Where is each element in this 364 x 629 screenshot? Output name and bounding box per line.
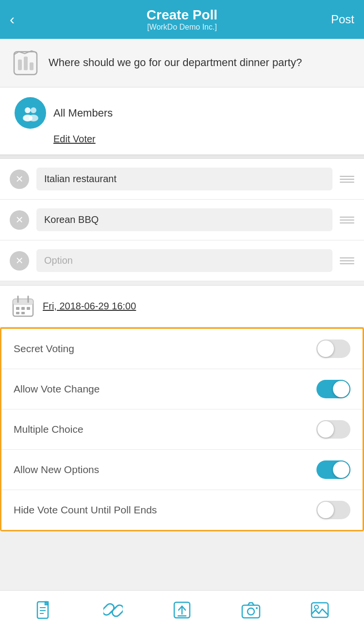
header-center: Create Poll [WorkDo Demo Inc.] [147,7,217,32]
svg-rect-16 [21,312,25,314]
drag-line [340,222,354,223]
question-area: Where should we go for our department di… [0,39,364,87]
calendar-icon [12,295,34,317]
remove-option-1-button[interactable] [10,170,29,189]
back-button[interactable]: ‹ [10,11,29,28]
allow-new-options-label: Allow New Options [14,464,99,476]
allow-vote-change-toggle[interactable] [316,380,350,398]
question-text: Where should we go for our department di… [49,55,302,70]
svg-rect-3 [30,62,33,70]
svg-line-21 [110,607,116,613]
toggle-knob [333,461,349,478]
options-divider [0,155,364,159]
svg-point-5 [31,107,36,113]
upload-icon[interactable] [170,598,194,622]
svg-rect-14 [27,307,30,310]
date-row: Fri, 2018-06-29 16:00 [0,285,364,327]
svg-rect-28 [312,603,328,617]
main-content: Where should we go for our department di… [0,39,364,575]
drag-line [340,257,354,258]
drag-line [340,179,354,180]
option-1-input[interactable] [36,168,332,190]
options-list [0,159,364,281]
setting-hide-vote-count: Hide Vote Count Until Poll Ends [1,490,363,530]
setting-multiple-choice: Multiple Choice [1,409,363,450]
svg-rect-9 [13,299,33,305]
multiple-choice-label: Multiple Choice [14,424,83,435]
allow-vote-change-label: Allow Vote Change [14,383,99,395]
toggle-knob [317,340,334,357]
drag-line [340,217,354,218]
settings-panel: Secret Voting Allow Vote Change Multiple… [0,327,364,531]
voter-row: All Members [15,97,113,129]
link-icon[interactable] [101,598,125,622]
setting-allow-new-options: Allow New Options [1,450,363,490]
edit-voter-button[interactable]: Edit Voter [53,134,96,145]
svg-rect-25 [242,605,260,618]
option-row-1 [0,159,364,200]
drag-handle-3[interactable] [340,257,354,264]
hide-vote-count-toggle[interactable] [316,501,350,519]
svg-point-4 [25,107,31,113]
drag-line [340,182,354,183]
drag-line [340,263,354,264]
voter-avatar [15,97,46,129]
drag-line [340,220,354,221]
remove-option-3-button[interactable] [10,251,29,271]
deadline-date[interactable]: Fri, 2018-06-29 16:00 [43,301,136,312]
bottom-toolbar [0,590,364,629]
remove-option-2-button[interactable] [10,210,29,230]
setting-secret-voting: Secret Voting [1,329,363,369]
option-row-2 [0,200,364,240]
drag-handle-2[interactable] [340,217,354,223]
secret-voting-label: Secret Voting [14,343,74,355]
image-icon[interactable] [308,598,332,622]
svg-rect-2 [24,56,28,70]
svg-point-7 [29,115,38,121]
drag-line [340,260,354,261]
svg-point-26 [248,608,254,615]
poll-icon [12,50,39,76]
toggle-knob [317,502,334,518]
document-icon[interactable] [32,598,56,622]
svg-rect-1 [18,59,22,70]
post-button[interactable]: Post [331,13,354,26]
secret-voting-toggle[interactable] [316,340,350,358]
svg-point-27 [256,607,258,609]
drag-line [340,176,354,177]
svg-rect-12 [16,307,19,310]
header: ‹ Create Poll [WorkDo Demo Inc.] Post [0,0,364,39]
header-subtitle: [WorkDo Demo Inc.] [147,23,217,32]
setting-allow-vote-change: Allow Vote Change [1,369,363,409]
svg-rect-13 [21,307,25,310]
page-title: Create Poll [147,7,217,23]
voter-area: All Members Edit Voter [0,87,364,155]
multiple-choice-toggle[interactable] [316,420,350,439]
voter-name: All Members [53,107,113,119]
toggle-knob [317,421,334,438]
hide-vote-count-label: Hide Vote Count Until Poll Ends [14,504,157,516]
option-3-input[interactable] [36,249,332,272]
option-row-3 [0,240,364,281]
toggle-knob [333,381,349,397]
allow-new-options-toggle[interactable] [316,460,350,479]
drag-handle-1[interactable] [340,176,354,183]
svg-point-29 [314,605,318,609]
camera-icon[interactable] [239,598,263,622]
svg-rect-15 [16,312,19,314]
option-2-input[interactable] [36,208,332,231]
